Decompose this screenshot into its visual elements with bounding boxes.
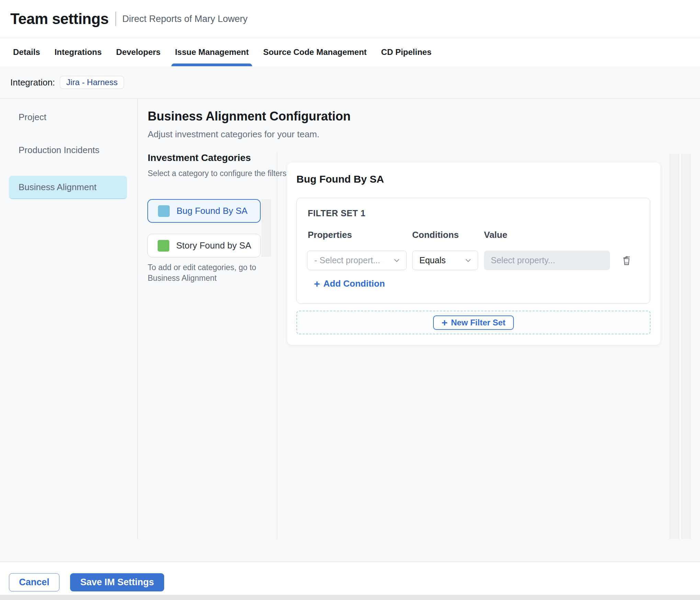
page-title: Team settings	[10, 10, 109, 27]
plus-icon: +	[441, 318, 448, 328]
sidebar-item-production-incidents[interactable]: Production Incidents	[19, 145, 100, 155]
category-color-swatch	[158, 205, 170, 217]
conditions-select-value: Equals	[419, 255, 464, 265]
bottom-edge-strip	[0, 595, 700, 600]
sidebar-item-project[interactable]: Project	[19, 112, 46, 123]
filter-set-box: FILTER SET 1 Properties Conditions Value…	[296, 198, 650, 304]
footer-bar: Cancel Save IM Settings	[0, 562, 700, 595]
category-story-found-by-sa[interactable]: Story Found by SA	[147, 234, 261, 257]
column-header-value: Value	[484, 230, 507, 240]
page-subtitle: Direct Reports of Mary Lowery	[122, 14, 248, 24]
value-input[interactable]	[484, 251, 610, 270]
investment-categories-heading: Investment Categories	[148, 152, 251, 163]
new-filter-set-dropzone: + New Filter Set	[296, 311, 651, 334]
section-subtitle: Adjust investment categories for your te…	[148, 129, 319, 140]
save-im-settings-button[interactable]: Save IM Settings	[70, 573, 164, 591]
tab-cd-pipelines[interactable]: CD Pipelines	[378, 38, 435, 66]
tab-details[interactable]: Details	[10, 38, 44, 66]
cancel-button[interactable]: Cancel	[9, 573, 59, 591]
category-color-swatch	[158, 240, 169, 252]
card-title: Bug Found By SA	[296, 173, 384, 185]
new-filter-set-button[interactable]: + New Filter Set	[433, 315, 513, 330]
filter-config-card: Bug Found By SA FILTER SET 1 Properties …	[287, 162, 661, 345]
delete-condition-button[interactable]	[620, 254, 633, 267]
tab-integrations[interactable]: Integrations	[51, 38, 105, 66]
content-area: Project Production Incidents Business Al…	[0, 99, 700, 562]
tab-source-code-management[interactable]: Source Code Management	[260, 38, 370, 66]
integration-label: Integration:	[10, 77, 55, 88]
plus-icon: +	[314, 279, 320, 289]
section-title: Business Alignment Configuration	[148, 109, 351, 124]
investment-categories-hint: Select a category to configure the filte…	[148, 168, 295, 178]
chevron-down-icon	[393, 256, 401, 265]
scrollbar-track[interactable]	[681, 154, 690, 539]
tab-issue-management[interactable]: Issue Management	[171, 38, 252, 66]
tab-developers[interactable]: Developers	[113, 38, 164, 66]
trash-icon	[621, 255, 632, 266]
sidebar-divider	[137, 99, 138, 539]
categories-note: To add or edit categories, go to Busines…	[148, 262, 285, 284]
column-header-conditions: Conditions	[412, 230, 459, 240]
column-header-properties: Properties	[308, 230, 352, 240]
add-condition-label: Add Condition	[324, 278, 385, 289]
team-settings-page: Team settings Direct Reports of Mary Low…	[0, 0, 700, 600]
properties-select-placeholder: - Select propert...	[314, 255, 393, 265]
integration-row: Integration: Jira - Harness	[0, 66, 700, 99]
title-divider	[115, 12, 116, 26]
properties-select[interactable]: - Select propert...	[307, 251, 407, 270]
sidebar-item-business-alignment[interactable]: Business Alignment	[9, 176, 127, 199]
categories-divider	[277, 152, 277, 539]
page-header: Team settings Direct Reports of Mary Low…	[0, 0, 700, 38]
sidebar-item-label: Business Alignment	[19, 182, 97, 193]
category-label: Story Found by SA	[176, 240, 251, 251]
integration-chip[interactable]: Jira - Harness	[60, 76, 124, 89]
category-bug-found-by-sa[interactable]: Bug Found By SA	[147, 199, 261, 223]
scrollbar-track[interactable]	[670, 154, 679, 539]
conditions-select[interactable]: Equals	[412, 251, 478, 270]
categories-scrollbar-track[interactable]	[262, 199, 271, 257]
new-filter-set-label: New Filter Set	[451, 318, 506, 327]
filter-set-label: FILTER SET 1	[308, 208, 365, 218]
add-condition-button[interactable]: + Add Condition	[314, 278, 385, 289]
tab-bar: Details Integrations Developers Issue Ma…	[0, 38, 700, 66]
category-label: Bug Found By SA	[177, 206, 248, 216]
chevron-down-icon	[464, 256, 472, 265]
